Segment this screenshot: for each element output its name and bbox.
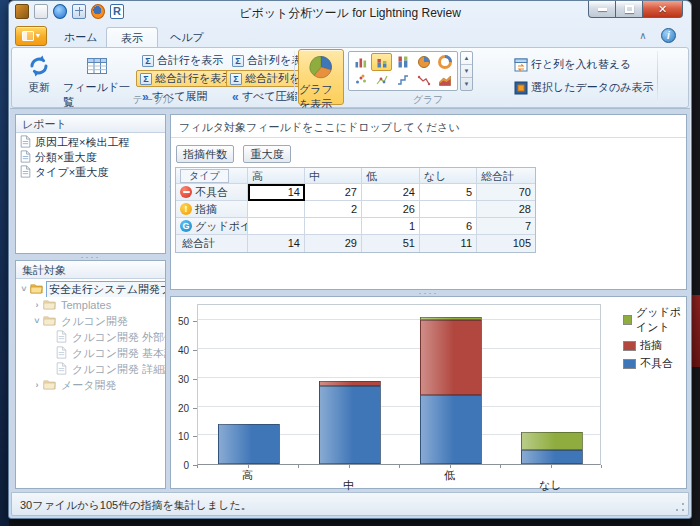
tree-item[interactable]: ˅クルコン開発	[16, 313, 165, 329]
reports-panel: レポート 原因工程×検出工程分類×重大度タイプ×重大度	[15, 114, 166, 254]
area-chart-icon[interactable]	[435, 71, 456, 89]
tree-item[interactable]: クルコン開発 基本設...	[16, 345, 165, 361]
clustered-bar-chart-icon[interactable]	[350, 53, 371, 71]
bar-segment-不具合[interactable]	[319, 386, 381, 464]
group-separator	[657, 51, 658, 104]
table-cell[interactable]	[248, 218, 305, 235]
row-header-3[interactable]: 総合計	[176, 235, 248, 252]
tree-expander-icon[interactable]: ›	[31, 380, 43, 390]
table-cell[interactable]: 26	[362, 201, 420, 218]
tree-item-label: Templates	[59, 299, 113, 311]
table-cell[interactable]	[420, 201, 477, 218]
row-field-button[interactable]: タイプ	[180, 169, 229, 183]
tree-item[interactable]: ›Templates	[16, 297, 165, 313]
bar-segment-不具合[interactable]	[218, 424, 280, 464]
column-field-button[interactable]: 重大度	[243, 145, 291, 163]
table-cell[interactable]: 105	[477, 235, 535, 252]
row-label: グッドポイント	[195, 219, 248, 234]
bar-segment-不具合[interactable]	[420, 395, 482, 464]
line-chart-icon[interactable]	[414, 71, 435, 89]
ribbon-tab-row: ▾ ホーム 表示 ヘルプ ∧ i	[10, 25, 690, 47]
row-header-0[interactable]: 不具合	[176, 184, 248, 201]
table-cell[interactable]: 1	[362, 218, 420, 235]
sigma-icon: Σ	[140, 73, 152, 85]
table-cell[interactable]: 27	[305, 184, 362, 201]
show-grand-total-rows-button[interactable]: Σ総合計行を表示	[136, 70, 236, 87]
tree-item-label: クルコン開発 外部仕...	[70, 330, 165, 345]
column-header-0[interactable]: タイプ	[176, 168, 248, 184]
close-button[interactable]: ✕	[643, 1, 683, 18]
table-cell[interactable]: 29	[305, 235, 362, 252]
tree-item[interactable]: クルコン開発 詳細設...	[16, 361, 165, 377]
titlebar[interactable]: R ピボット分析ツール for Lightning Review ✕	[9, 1, 691, 25]
x-tick	[601, 465, 602, 468]
maximize-icon	[625, 5, 634, 13]
tree-expander-icon[interactable]: ˅	[18, 284, 30, 294]
report-item[interactable]: 分類×重大度	[16, 150, 165, 165]
column-header-3[interactable]: 低	[362, 168, 420, 184]
gallery-scroll-up-button[interactable]: ▲	[461, 52, 472, 64]
table-cell[interactable]: 70	[477, 184, 535, 201]
tree-item-label: クルコン開発	[59, 314, 130, 329]
defect-icon	[180, 186, 192, 198]
x-tick	[450, 465, 451, 468]
gallery-more-button[interactable]: ▼	[461, 77, 472, 90]
table-cell[interactable]: 11	[420, 235, 477, 252]
bar-segment-指摘[interactable]	[420, 320, 482, 395]
value-field-button[interactable]: 指摘件数	[176, 145, 234, 163]
column-header-2[interactable]: 中	[305, 168, 362, 184]
table-cell[interactable]: 14	[248, 184, 305, 201]
row-label: 不具合	[195, 185, 228, 200]
tree-expander-icon[interactable]: ˅	[31, 316, 43, 326]
gallery-scroll-down-button[interactable]: ▼	[461, 64, 472, 77]
sigma-icon: Σ	[232, 55, 244, 67]
row-header-2[interactable]: Gグッドポイント	[176, 218, 248, 235]
doughnut-chart-icon[interactable]	[435, 53, 456, 71]
stacked-bar-chart-icon[interactable]	[371, 53, 392, 71]
step-line-chart-icon[interactable]	[392, 71, 413, 89]
table-cell[interactable]: 28	[477, 201, 535, 218]
bar-segment-不具合[interactable]	[521, 450, 583, 464]
bar-segment-指摘[interactable]	[319, 381, 381, 387]
table-cell[interactable]: 5	[420, 184, 477, 201]
scatter-line-chart-icon[interactable]	[371, 71, 392, 89]
column-header-5[interactable]: 総合計	[477, 168, 535, 184]
report-icon	[20, 135, 31, 150]
tree-item[interactable]: クルコン開発 外部仕...	[16, 329, 165, 345]
document-icon	[56, 330, 70, 345]
table-group-label: テーブル	[18, 93, 288, 107]
bar-segment-グッドポイント[interactable]	[521, 432, 583, 449]
swap-rows-cols-button[interactable]: 行と列を入れ替える	[510, 56, 635, 73]
table-cell[interactable]	[248, 201, 305, 218]
column-header-4[interactable]: なし	[420, 168, 477, 184]
bar-segment-グッドポイント[interactable]	[420, 317, 482, 320]
table-cell[interactable]: 7	[477, 218, 535, 235]
minimize-button[interactable]	[588, 1, 616, 18]
maximize-button[interactable]	[616, 1, 643, 18]
target-panel-header: 集計対象	[16, 261, 165, 279]
tab-view[interactable]: 表示	[106, 27, 158, 47]
tree-item[interactable]: ›メータ開発	[16, 377, 165, 393]
tree-item[interactable]: ˅安全走行システム開発プロジ...	[16, 281, 165, 297]
report-item[interactable]: 原因工程×検出工程	[16, 135, 165, 150]
tab-home[interactable]: ホーム	[50, 27, 112, 47]
tab-help[interactable]: ヘルプ	[156, 27, 218, 47]
table-cell[interactable]: 2	[305, 201, 362, 218]
table-cell[interactable]: 14	[248, 235, 305, 252]
stacked-100-bar-chart-icon[interactable]	[392, 53, 413, 71]
help-button[interactable]: i	[661, 28, 676, 43]
show-total-rows-button[interactable]: Σ合計行を表示	[138, 52, 227, 69]
row-header-1[interactable]: !指摘	[176, 201, 248, 218]
table-cell[interactable]: 6	[420, 218, 477, 235]
column-header-1[interactable]: 高	[248, 168, 305, 184]
tree-expander-icon[interactable]: ›	[31, 300, 43, 310]
pie-chart-icon[interactable]	[414, 53, 435, 71]
resize-grip[interactable]	[674, 501, 686, 513]
application-menu-button[interactable]: ▾	[15, 26, 47, 46]
table-cell[interactable]	[305, 218, 362, 235]
report-item[interactable]: タイプ×重大度	[16, 165, 165, 180]
collapse-ribbon-button[interactable]: ∧	[636, 29, 650, 43]
table-cell[interactable]: 51	[362, 235, 420, 252]
scatter-chart-icon[interactable]	[350, 71, 371, 89]
table-cell[interactable]: 24	[362, 184, 420, 201]
